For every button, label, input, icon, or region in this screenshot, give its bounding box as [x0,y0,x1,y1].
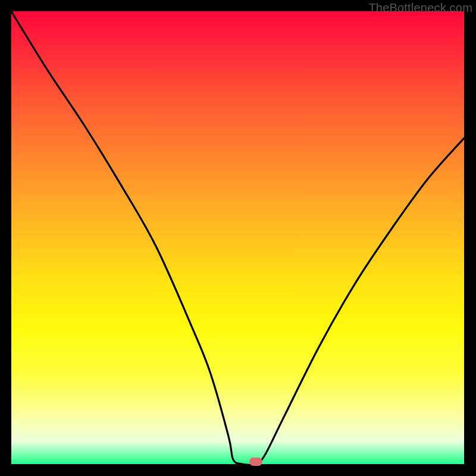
bottleneck-curve [11,11,464,464]
chart-frame: TheBottleneck.com [0,0,476,476]
plot-area [11,11,464,464]
optimal-point-marker [249,458,262,466]
watermark-text: TheBottleneck.com [368,1,472,15]
